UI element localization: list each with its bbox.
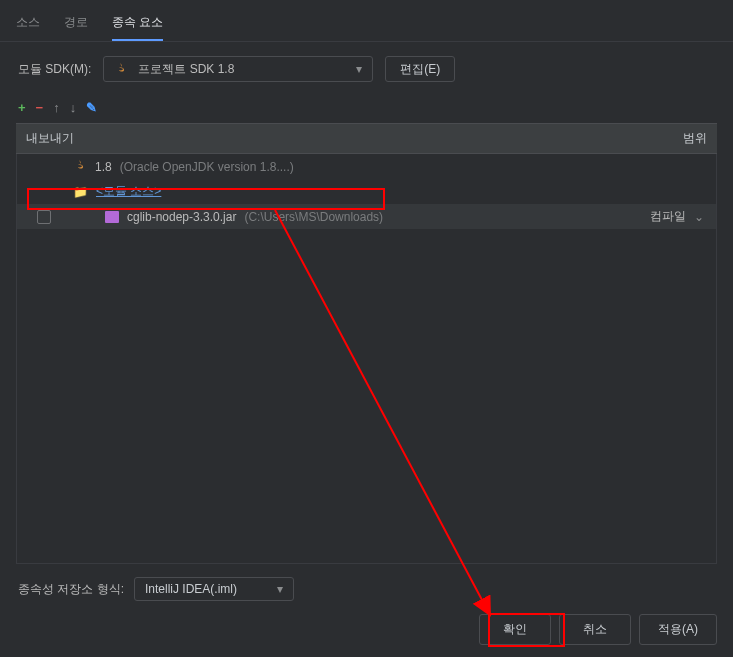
jar-name: cglib-nodep-3.3.0.jar [127,210,236,224]
storage-label: 종속성 저장소 형식: [18,581,124,598]
cancel-button[interactable]: 취소 [559,614,631,645]
chevron-down-icon: ▾ [277,582,283,596]
chevron-down-icon: ⌄ [694,210,704,224]
move-down-icon[interactable]: ↓ [70,100,77,115]
java-icon [114,61,128,78]
tab-source[interactable]: 소스 [16,8,40,41]
list-header: 내보내기 범위 [16,123,717,154]
dependency-list: 1.8 (Oracle OpenJDK version 1.8....) 📁 <… [16,154,717,564]
jdk-name: 1.8 [95,160,112,174]
ok-button[interactable]: 확인 [479,614,551,645]
footer-buttons: 확인 취소 적용(A) [479,614,717,645]
jar-icon [105,211,119,223]
export-checkbox[interactable] [37,210,51,224]
java-icon [73,158,87,175]
jar-row[interactable]: cglib-nodep-3.3.0.jar (C:\Users\MS\Downl… [17,204,716,229]
scope-dropdown[interactable]: 컴파일 ⌄ [650,208,710,225]
header-scope: 범위 [683,130,707,147]
storage-value: IntelliJ IDEA(.iml) [145,582,237,596]
jar-path: (C:\Users\MS\Downloads) [244,210,383,224]
storage-dropdown[interactable]: IntelliJ IDEA(.iml) ▾ [134,577,294,601]
remove-icon[interactable]: − [36,100,44,115]
tab-dependencies[interactable]: 종속 요소 [112,8,163,41]
module-source-row[interactable]: 📁 <모듈 소스> [17,179,716,204]
scope-value: 컴파일 [650,208,686,225]
storage-row: 종속성 저장소 형식: IntelliJ IDEA(.iml) ▾ [18,577,294,601]
tab-bar: 소스 경로 종속 요소 [0,0,733,42]
chevron-down-icon: ▾ [356,62,362,76]
toolbar: + − ↑ ↓ ✎ [0,96,733,119]
move-up-icon[interactable]: ↑ [53,100,60,115]
tab-path[interactable]: 경로 [64,8,88,41]
folder-icon: 📁 [73,185,88,199]
edit-sdk-button[interactable]: 편집(E) [385,56,455,82]
edit-icon[interactable]: ✎ [86,100,97,115]
add-icon[interactable]: + [18,100,26,115]
sdk-dropdown[interactable]: 프로젝트 SDK 1.8 ▾ [103,56,373,82]
module-source-label: <모듈 소스> [96,183,161,200]
apply-button[interactable]: 적용(A) [639,614,717,645]
sdk-label: 모듈 SDK(M): [18,61,91,78]
header-export: 내보내기 [26,130,74,147]
jdk-detail: (Oracle OpenJDK version 1.8....) [120,160,294,174]
sdk-selected-value: 프로젝트 SDK 1.8 [138,61,234,78]
jdk-row[interactable]: 1.8 (Oracle OpenJDK version 1.8....) [17,154,716,179]
sdk-row: 모듈 SDK(M): 프로젝트 SDK 1.8 ▾ 편집(E) [0,42,733,96]
